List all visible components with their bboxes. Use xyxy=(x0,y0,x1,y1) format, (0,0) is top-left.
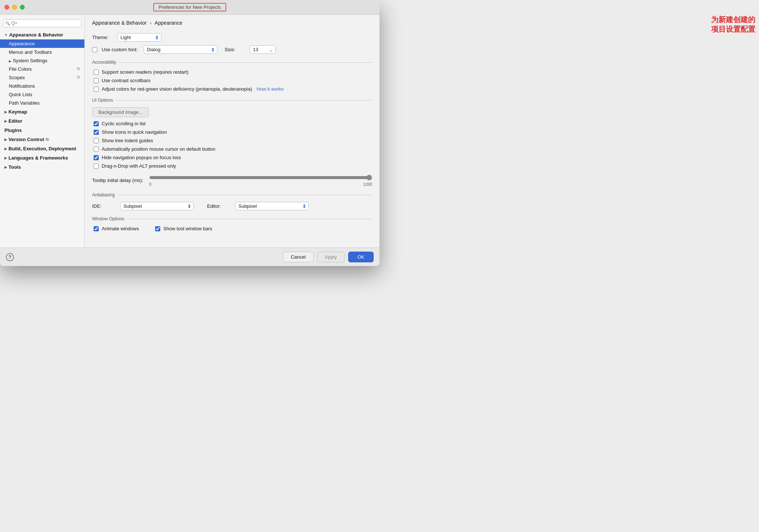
editor-aa-label: Editor: xyxy=(207,203,229,209)
font-select[interactable]: Dialog Arial Helvetica Monospaced xyxy=(144,45,217,54)
show-tool-window-bars-label: Show tool window bars xyxy=(163,226,212,231)
window-options-section-header: Window Options xyxy=(92,216,372,221)
content-body: Theme: Light Dark High Contrast IntelliJ… xyxy=(85,29,380,242)
custom-font-row: Use custom font: Dialog Arial Helvetica … xyxy=(92,45,372,54)
close-button[interactable] xyxy=(4,5,9,10)
slider-min: 0 xyxy=(149,182,151,186)
theme-label: Theme: xyxy=(92,35,114,40)
apply-button[interactable]: Apply xyxy=(317,252,345,262)
section-line xyxy=(127,219,372,219)
editor-aa-select-wrap: Subpixel Greyscale No antialiasing ⬍ xyxy=(235,202,309,210)
contrast-scrollbars-checkbox[interactable] xyxy=(94,78,99,83)
sidebar-item-scopes[interactable]: Scopes ⧉ xyxy=(0,73,84,82)
sidebar-item-path-variables[interactable]: Path Variables xyxy=(0,99,84,107)
contrast-scrollbars-row: Use contrast scrollbars xyxy=(92,78,372,83)
copy-icon: ⧉ xyxy=(77,66,80,71)
help-button[interactable]: ? xyxy=(6,253,14,261)
hide-popups-row: Hide navigation popups on focus loss xyxy=(92,155,372,160)
breadcrumb-sep: › xyxy=(150,20,152,26)
color-vision-row: Adjust colors for red-green vision defic… xyxy=(92,86,372,92)
ok-button[interactable]: OK xyxy=(348,252,374,262)
background-image-button[interactable]: Background Image... xyxy=(92,107,149,117)
antialiasing-section-header: Antialiasing xyxy=(92,192,372,197)
sidebar-group-label: Appearance & Behavior xyxy=(9,32,63,38)
expand-triangle: ▶ xyxy=(4,147,7,151)
section-line xyxy=(119,62,372,63)
auto-position-mouse-row: Automatically position mouse cursor on d… xyxy=(92,146,372,152)
sidebar-item-tools[interactable]: ▶ Tools xyxy=(0,162,84,172)
bottom-left: ? xyxy=(6,253,14,261)
maximize-button[interactable] xyxy=(20,5,25,10)
show-icons-checkbox[interactable] xyxy=(94,130,99,135)
auto-position-mouse-checkbox[interactable] xyxy=(94,147,99,152)
show-tool-window-bars-checkbox[interactable] xyxy=(155,226,160,231)
cyclic-scrolling-checkbox[interactable] xyxy=(94,121,99,126)
ui-options-section-header: UI Options xyxy=(92,98,372,103)
sidebar-item-system-settings[interactable]: ▶ System Settings xyxy=(0,56,84,65)
drag-drop-label: Drag-n-Drop with ALT pressed only xyxy=(102,163,176,169)
tree-indent-label: Show tree indent guides xyxy=(102,138,153,143)
sidebar-item-notifications[interactable]: Notifications xyxy=(0,82,84,90)
sidebar-item-appearance-behavior[interactable]: ▼ Appearance & Behavior xyxy=(0,30,84,39)
sidebar-item-languages-frameworks[interactable]: ▶ Languages & Frameworks xyxy=(0,153,84,162)
expand-triangle: ▼ xyxy=(4,33,8,37)
search-icon: 🔍 xyxy=(5,21,10,26)
size-select[interactable]: 13 10 11 12 14 16 18 xyxy=(250,45,276,54)
antialiasing-label: Antialiasing xyxy=(92,192,115,197)
sidebar-item-version-control[interactable]: ▶ Version Control ⧉ xyxy=(0,135,84,144)
cancel-button[interactable]: Cancel xyxy=(283,252,313,262)
slider-minmax: 0 1200 xyxy=(149,182,372,186)
theme-select-wrap: Light Dark High Contrast IntelliJ Light … xyxy=(117,33,161,42)
sidebar-item-editor[interactable]: ▶ Editor xyxy=(0,116,84,126)
how-it-works-link[interactable]: How it works xyxy=(256,86,284,92)
sidebar-item-quick-lists[interactable]: Quick Lists xyxy=(0,90,84,99)
copy-icon: ⧉ xyxy=(77,75,80,80)
ide-aa-select-wrap: Subpixel Greyscale No antialiasing ⬍ xyxy=(120,202,194,210)
screen-readers-checkbox[interactable] xyxy=(94,70,99,75)
window-controls xyxy=(4,5,25,10)
expand-triangle: ▶ xyxy=(4,119,7,123)
animate-windows-checkbox[interactable] xyxy=(94,226,99,231)
main-layout: 🔍 ▼ Appearance & Behavior Appearance Men… xyxy=(0,15,380,248)
breadcrumb: Appearance & Behavior › Appearance xyxy=(85,15,380,29)
drag-drop-checkbox[interactable] xyxy=(94,164,99,169)
tree-indent-row: Show tree indent guides xyxy=(92,138,372,143)
color-vision-label: Adjust colors for red-green vision defic… xyxy=(102,86,252,92)
hide-popups-checkbox[interactable] xyxy=(94,155,99,160)
sidebar: 🔍 ▼ Appearance & Behavior Appearance Men… xyxy=(0,15,85,248)
ide-aa-select[interactable]: Subpixel Greyscale No antialiasing xyxy=(120,202,194,210)
tree-indent-checkbox[interactable] xyxy=(94,138,99,143)
size-select-wrap: 13 10 11 12 14 16 18 ⌄ xyxy=(250,45,276,54)
sidebar-item-plugins[interactable]: Plugins xyxy=(0,126,84,135)
copy-icon: ⧉ xyxy=(46,137,49,142)
screen-readers-row: Support screen readers (requires restart… xyxy=(92,69,372,75)
show-icons-label: Show icons in quick navigation xyxy=(102,129,167,135)
tooltip-slider[interactable] xyxy=(149,175,372,181)
custom-font-checkbox[interactable] xyxy=(92,47,97,52)
minimize-button[interactable] xyxy=(12,5,17,10)
sidebar-item-build-execution[interactable]: ▶ Build, Execution, Deployment xyxy=(0,144,84,153)
search-box[interactable]: 🔍 xyxy=(3,19,81,27)
sidebar-item-file-colors[interactable]: File Colors ⧉ xyxy=(0,65,84,73)
sidebar-item-appearance[interactable]: Appearance xyxy=(0,39,84,48)
theme-select[interactable]: Light Dark High Contrast IntelliJ Light xyxy=(117,33,161,42)
search-input[interactable] xyxy=(3,19,81,27)
color-vision-checkbox[interactable] xyxy=(94,87,99,92)
section-line xyxy=(118,195,372,195)
accessibility-label: Accessibility xyxy=(92,60,116,65)
sidebar-item-keymap[interactable]: ▶ Keymap xyxy=(0,107,84,116)
bottom-bar: ? Cancel Apply OK xyxy=(0,248,380,266)
slider-track xyxy=(149,174,372,181)
editor-aa-select[interactable]: Subpixel Greyscale No antialiasing xyxy=(235,202,309,210)
show-icons-row: Show icons in quick navigation xyxy=(92,129,372,135)
tooltip-slider-section: Tooltip initial delay (ms): 0 1200 xyxy=(92,174,372,186)
section-line xyxy=(116,100,372,101)
slider-max: 1200 xyxy=(363,182,372,186)
cyclic-scrolling-row: Cyclic scrolling in list xyxy=(92,121,372,126)
expand-triangle: ▶ xyxy=(9,59,11,63)
auto-position-mouse-label: Automatically position mouse cursor on d… xyxy=(102,146,216,152)
ide-aa-label: IDE: xyxy=(92,203,114,209)
sidebar-item-menus-toolbars[interactable]: Menus and Toolbars xyxy=(0,48,84,56)
breadcrumb-part1: Appearance & Behavior xyxy=(92,20,147,26)
drag-drop-row: Drag-n-Drop with ALT pressed only xyxy=(92,163,372,169)
